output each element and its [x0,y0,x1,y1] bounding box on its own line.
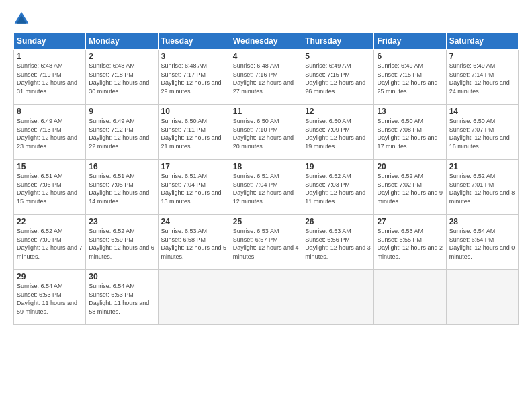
col-monday: Monday [86,33,158,50]
day-info: Sunrise: 6:54 AMSunset: 6:54 PMDaylight:… [449,228,515,260]
calendar-cell [374,270,446,325]
day-number: 1 [17,52,83,61]
day-info: Sunrise: 6:49 AMSunset: 7:13 PMDaylight:… [17,118,77,150]
calendar-cell [230,270,302,325]
calendar-cell: 21 Sunrise: 6:52 AMSunset: 7:01 PMDaylig… [446,160,518,215]
day-info: Sunrise: 6:54 AMSunset: 6:53 PMDaylight:… [17,283,77,315]
calendar-cell: 15 Sunrise: 6:51 AMSunset: 7:06 PMDaylig… [14,160,86,215]
day-info: Sunrise: 6:49 AMSunset: 7:14 PMDaylight:… [449,62,510,95]
calendar-cell: 4 Sunrise: 6:48 AMSunset: 7:16 PMDayligh… [230,50,302,105]
day-number: 25 [233,217,299,226]
col-friday: Friday [374,33,446,50]
day-number: 29 [17,272,83,281]
day-number: 27 [377,217,443,226]
day-info: Sunrise: 6:50 AMSunset: 7:09 PMDaylight:… [305,118,365,150]
calendar-cell: 2 Sunrise: 6:48 AMSunset: 7:18 PMDayligh… [86,50,158,105]
calendar-cell: 19 Sunrise: 6:52 AMSunset: 7:03 PMDaylig… [302,160,374,215]
calendar-cell: 8 Sunrise: 6:49 AMSunset: 7:13 PMDayligh… [14,105,86,160]
day-info: Sunrise: 6:49 AMSunset: 7:15 PMDaylight:… [377,62,437,95]
day-number: 5 [305,52,371,61]
calendar-row: 1 Sunrise: 6:48 AMSunset: 7:19 PMDayligh… [14,50,519,105]
day-info: Sunrise: 6:49 AMSunset: 7:12 PMDaylight:… [89,118,149,150]
col-wednesday: Wednesday [230,33,302,50]
calendar-cell: 24 Sunrise: 6:53 AMSunset: 6:58 PMDaylig… [158,215,230,270]
day-info: Sunrise: 6:48 AMSunset: 7:16 PMDaylight:… [233,62,294,95]
day-number: 6 [377,52,443,61]
calendar-row: 8 Sunrise: 6:49 AMSunset: 7:13 PMDayligh… [14,105,519,160]
day-number: 12 [305,107,371,116]
calendar-cell: 12 Sunrise: 6:50 AMSunset: 7:09 PMDaylig… [302,105,374,160]
calendar-cell: 28 Sunrise: 6:54 AMSunset: 6:54 PMDaylig… [446,215,518,270]
calendar-row: 15 Sunrise: 6:51 AMSunset: 7:06 PMDaylig… [14,160,519,215]
calendar-cell: 27 Sunrise: 6:53 AMSunset: 6:55 PMDaylig… [374,215,446,270]
calendar-cell: 20 Sunrise: 6:52 AMSunset: 7:02 PMDaylig… [374,160,446,215]
col-thursday: Thursday [302,33,374,50]
day-number: 30 [89,272,154,281]
day-number: 15 [17,162,83,171]
logo [13,11,32,27]
day-number: 7 [449,52,515,61]
day-number: 3 [161,52,227,61]
day-info: Sunrise: 6:49 AMSunset: 7:15 PMDaylight:… [305,62,365,95]
day-number: 19 [305,162,371,171]
calendar-cell: 6 Sunrise: 6:49 AMSunset: 7:15 PMDayligh… [374,50,446,105]
day-info: Sunrise: 6:52 AMSunset: 7:01 PMDaylight:… [449,173,515,205]
day-info: Sunrise: 6:53 AMSunset: 6:55 PMDaylight:… [377,228,443,260]
col-saturday: Saturday [446,33,518,50]
day-number: 4 [233,52,299,61]
day-number: 28 [449,217,515,226]
calendar-cell [446,270,518,325]
day-info: Sunrise: 6:50 AMSunset: 7:07 PMDaylight:… [449,118,510,150]
header-row: Sunday Monday Tuesday Wednesday Thursday… [14,33,519,50]
day-number: 20 [377,162,443,171]
calendar-row: 22 Sunrise: 6:52 AMSunset: 7:00 PMDaylig… [14,215,519,270]
day-number: 2 [89,52,154,61]
calendar-table: Sunday Monday Tuesday Wednesday Thursday… [13,32,519,325]
calendar-cell: 13 Sunrise: 6:50 AMSunset: 7:08 PMDaylig… [374,105,446,160]
day-info: Sunrise: 6:53 AMSunset: 6:56 PMDaylight:… [305,228,371,260]
day-info: Sunrise: 6:48 AMSunset: 7:18 PMDaylight:… [89,62,149,95]
calendar-cell: 18 Sunrise: 6:51 AMSunset: 7:04 PMDaylig… [230,160,302,215]
col-tuesday: Tuesday [158,33,230,50]
day-number: 21 [449,162,515,171]
day-number: 26 [305,217,371,226]
logo-icon [13,11,30,27]
calendar-cell: 25 Sunrise: 6:53 AMSunset: 6:57 PMDaylig… [230,215,302,270]
day-info: Sunrise: 6:50 AMSunset: 7:10 PMDaylight:… [233,118,294,150]
calendar-cell: 9 Sunrise: 6:49 AMSunset: 7:12 PMDayligh… [86,105,158,160]
day-info: Sunrise: 6:50 AMSunset: 7:11 PMDaylight:… [161,118,222,150]
calendar-cell: 16 Sunrise: 6:51 AMSunset: 7:05 PMDaylig… [86,160,158,215]
day-info: Sunrise: 6:48 AMSunset: 7:19 PMDaylight:… [17,62,77,95]
header [13,11,519,27]
day-info: Sunrise: 6:51 AMSunset: 7:04 PMDaylight:… [233,173,294,205]
calendar-cell: 17 Sunrise: 6:51 AMSunset: 7:04 PMDaylig… [158,160,230,215]
calendar-cell: 23 Sunrise: 6:52 AMSunset: 6:59 PMDaylig… [86,215,158,270]
day-info: Sunrise: 6:50 AMSunset: 7:08 PMDaylight:… [377,118,437,150]
day-info: Sunrise: 6:52 AMSunset: 7:00 PMDaylight:… [17,228,83,260]
day-number: 14 [449,107,515,116]
day-number: 22 [17,217,83,226]
day-number: 24 [161,217,227,226]
day-info: Sunrise: 6:54 AMSunset: 6:53 PMDaylight:… [89,283,149,315]
calendar-cell: 5 Sunrise: 6:49 AMSunset: 7:15 PMDayligh… [302,50,374,105]
day-info: Sunrise: 6:51 AMSunset: 7:04 PMDaylight:… [161,173,222,205]
day-number: 17 [161,162,227,171]
calendar-cell: 22 Sunrise: 6:52 AMSunset: 7:00 PMDaylig… [14,215,86,270]
day-info: Sunrise: 6:52 AMSunset: 7:02 PMDaylight:… [377,173,443,205]
day-number: 11 [233,107,299,116]
day-info: Sunrise: 6:53 AMSunset: 6:58 PMDaylight:… [161,228,227,260]
day-info: Sunrise: 6:51 AMSunset: 7:06 PMDaylight:… [17,173,77,205]
day-info: Sunrise: 6:53 AMSunset: 6:57 PMDaylight:… [233,228,299,260]
day-info: Sunrise: 6:51 AMSunset: 7:05 PMDaylight:… [89,173,149,205]
calendar-row: 29 Sunrise: 6:54 AMSunset: 6:53 PMDaylig… [14,270,519,325]
calendar-cell: 11 Sunrise: 6:50 AMSunset: 7:10 PMDaylig… [230,105,302,160]
day-info: Sunrise: 6:52 AMSunset: 7:03 PMDaylight:… [305,173,365,205]
day-number: 23 [89,217,154,226]
day-number: 13 [377,107,443,116]
calendar-cell: 3 Sunrise: 6:48 AMSunset: 7:17 PMDayligh… [158,50,230,105]
calendar-cell: 30 Sunrise: 6:54 AMSunset: 6:53 PMDaylig… [86,270,158,325]
day-number: 16 [89,162,154,171]
day-info: Sunrise: 6:52 AMSunset: 6:59 PMDaylight:… [89,228,154,260]
calendar-cell [302,270,374,325]
calendar-cell: 7 Sunrise: 6:49 AMSunset: 7:14 PMDayligh… [446,50,518,105]
